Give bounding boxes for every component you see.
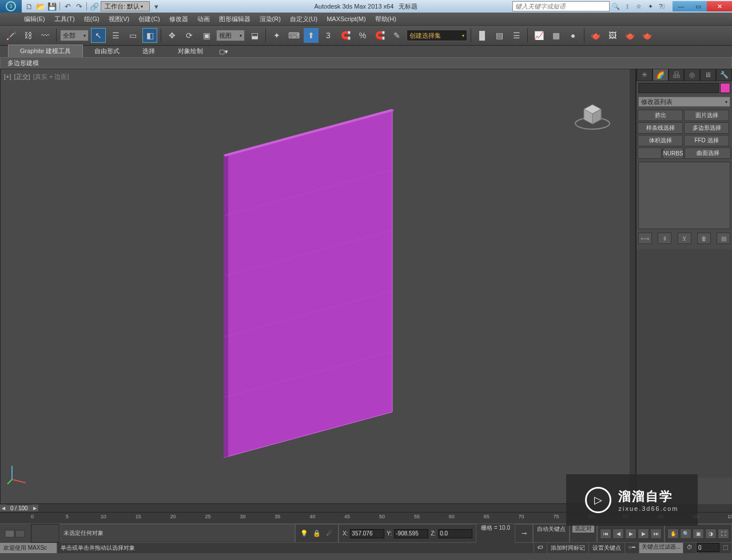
y-coord-input[interactable] [394,529,428,538]
ribbon-minimize-icon[interactable]: ▢▾ [214,46,233,57]
modifier-list-dropdown[interactable]: 修改器列表 [638,97,730,107]
link-icon[interactable]: 🦯 [3,28,18,43]
tab-freeform[interactable]: 自由形式 [83,45,131,57]
layer-manager-icon[interactable]: ☰ [509,28,524,43]
snap-toggle-icon[interactable]: ⬆ [304,28,319,43]
open-icon[interactable]: 📂 [35,1,46,11]
lock-selection-icon[interactable]: 🔒 [312,529,322,539]
add-time-tag[interactable]: 添加时间标记 [547,543,589,553]
window-crossing-icon[interactable]: ◧ [142,28,157,43]
auto-key-button[interactable]: 自动关键点 [536,525,567,534]
zoom-extents-icon[interactable]: ▣ [693,529,704,539]
nav-extra-icon[interactable]: ⬚ [719,543,732,553]
snap-3d-icon[interactable]: 3 [321,28,336,43]
pin-stack-icon[interactable]: ⟼ [638,233,652,244]
menu-create[interactable]: 创建(C) [138,15,160,23]
key-filters-button[interactable]: 关键点过滤器... [639,543,683,553]
selection-filter-dropdown[interactable]: 全部 [60,30,89,41]
rotate-icon[interactable]: ⟳ [182,28,197,43]
key-big-icon[interactable]: ○━ [625,543,639,553]
btn-surf-select[interactable]: 曲面选择 [685,147,731,159]
menu-group[interactable]: 组(G) [84,15,100,23]
qat-options-icon[interactable]: ▾ [151,1,161,11]
menu-views[interactable]: 视图(V) [109,15,130,23]
isolate-icon[interactable]: ☄ [324,529,335,539]
modifier-stack[interactable] [638,162,730,229]
display-tab-icon[interactable]: 🖥 [700,69,716,81]
motion-tab-icon[interactable]: ◎ [684,69,700,81]
create-tab-icon[interactable]: ✳ [636,69,653,81]
maxscript-listener[interactable]: 欢迎使用 MAXSc [0,543,57,553]
help-search-input[interactable] [512,1,610,11]
close-button[interactable]: ✕ [707,1,732,11]
material-editor-icon[interactable]: ● [566,28,580,43]
link-icon[interactable]: 🔗 [89,1,100,11]
select-object-icon[interactable]: ↖ [91,28,106,43]
menu-customize[interactable]: 自定义(U) [290,15,317,23]
tab-selection[interactable]: 选择 [131,45,166,57]
curve-editor-icon[interactable]: 📈 [531,28,546,43]
mirror-icon[interactable]: ▐▌ [475,28,490,43]
modify-tab-icon[interactable]: 🌈 [653,69,669,81]
lightbulb-icon[interactable]: 💡 [299,529,309,539]
goto-end-icon[interactable]: ⏭ [650,529,662,539]
menu-help[interactable]: 帮助(H) [375,15,396,23]
show-end-result-icon[interactable]: Ⅱ [658,233,671,244]
render-production-icon[interactable]: 🫖 [622,28,637,43]
maximize-button[interactable]: ▭ [690,1,707,11]
pivot-center-icon[interactable]: ⬓ [247,28,262,43]
comm-center-icon[interactable]: ⟟ [622,1,632,11]
select-by-name-icon[interactable]: ☰ [108,28,123,43]
menu-maxscript[interactable]: MAXScript(M) [327,15,365,22]
frame-counter[interactable]: 0 / 100 [7,505,31,511]
pan-icon[interactable]: ✋ [667,529,679,539]
scale-icon[interactable]: ▣ [199,28,214,43]
select-region-rect-icon[interactable]: ▭ [125,28,140,43]
btn-nurbs[interactable]: NURBS [663,147,683,159]
scene-object-plane[interactable] [224,109,401,463]
redo-icon[interactable]: ↷ [74,1,84,11]
object-color-swatch[interactable] [720,83,730,93]
menu-animation[interactable]: 动画 [197,15,210,23]
make-unique-icon[interactable]: ⊻ [678,233,691,244]
move-icon[interactable]: ✥ [165,28,180,43]
viewport-scrollbar-v[interactable] [630,69,635,493]
object-name-input[interactable] [638,83,719,93]
viewcube[interactable] [572,92,612,132]
maximize-viewport-icon[interactable]: ⛶ [718,529,729,539]
manipulate-icon[interactable]: ✦ [269,28,284,43]
current-frame-input[interactable] [697,543,719,552]
next-frame-icon[interactable]: ▶ [638,529,649,539]
play-icon[interactable]: ▶ [625,529,636,539]
ref-coord-dropdown[interactable]: 视图 [216,30,245,41]
spinner-snap-icon[interactable]: 🧲 [372,28,387,43]
keyboard-shortcut-icon[interactable]: ⌨ [287,28,301,43]
goto-start-icon[interactable]: ⏮ [600,529,611,539]
btn-face-select[interactable]: 面片选择 [684,110,729,121]
favorite-icon[interactable]: ☆ [634,1,644,11]
viewport[interactable]: [+] [正交] [真实 + 边面] [0,69,636,504]
align-icon[interactable]: ▤ [492,28,507,43]
utilities-tab-icon[interactable]: 🔧 [716,69,732,81]
btn-empty[interactable] [638,147,662,159]
new-icon[interactable]: 🗋 [24,1,34,11]
menu-graph-editors[interactable]: 图形编辑器 [219,15,250,23]
orbit-icon[interactable]: ◑ [705,529,717,539]
angle-snap-icon[interactable]: 🧲 [338,28,353,43]
key-filters-dropdown[interactable]: 选定对 [572,525,594,533]
set-key-button[interactable]: 设置关键点 [589,543,625,553]
render-iterative-icon[interactable]: 🫖 [639,28,654,43]
time-config-icon[interactable]: ⏱ [683,543,697,553]
schematic-view-icon[interactable]: ▦ [548,28,563,43]
viewport-label[interactable]: [+] [正交] [真实 + 边面] [4,73,70,81]
btn-poly-select[interactable]: 多边形选择 [684,122,729,134]
btn-vol-select[interactable]: 体积选择 [638,135,683,146]
remove-modifier-icon[interactable]: 🗑 [697,233,711,244]
prev-frame-icon[interactable]: ◀ [612,529,624,539]
zoom-icon[interactable]: 🔍 [680,529,691,539]
subtab-polygon-modeling[interactable]: 多边形建模 [1,58,46,69]
render-setup-icon[interactable]: 🫖 [588,28,603,43]
timeline-scroll-left-icon[interactable]: ◀ [0,505,7,511]
edit-named-sel-icon[interactable]: ✎ [389,28,404,43]
menu-rendering[interactable]: 渲染(R) [260,15,281,23]
